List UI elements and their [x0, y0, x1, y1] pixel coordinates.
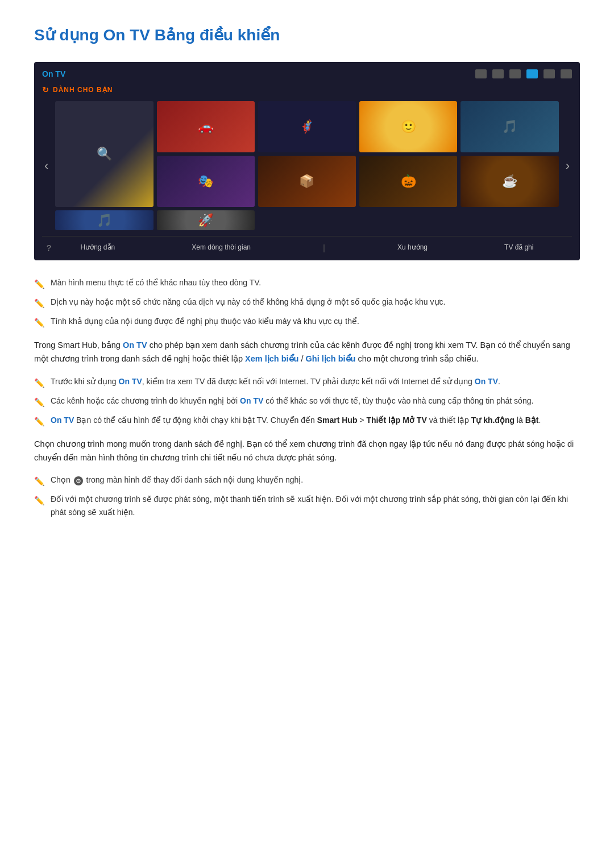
tv-thumbnail-grid: 🔍 🚗 🦸 🙂 🎵 🎭 📦 🎃 — [55, 101, 558, 230]
note-item-1: ✏️ Màn hình menu thực tế có thể khác nha… — [34, 276, 580, 291]
sub-note-icon-3: ✏️ — [34, 415, 45, 429]
on-tv-ref-sub1b: On TV — [475, 377, 498, 386]
tab-huong-dan[interactable]: Hướng dẫn — [76, 241, 120, 254]
nav-right-arrow[interactable]: › — [563, 156, 572, 176]
note-icon-3: ✏️ — [34, 316, 45, 330]
tab-tv-da-ghi[interactable]: TV đã ghi — [500, 241, 538, 254]
thumbnail-7[interactable]: 📦 — [258, 156, 356, 207]
nav-left-arrow[interactable]: ‹ — [42, 156, 51, 176]
tv-content-area: ‹ 🔍 🚗 🦸 🙂 🎵 🎭 📦 — [42, 101, 572, 230]
on-tv-ref-sub3: On TV — [51, 416, 74, 425]
thiet-lap-mo-tv-ref: Thiết lập Mở TV — [366, 416, 426, 425]
thumb-icon-9: ☕ — [460, 156, 558, 207]
tv-ui-panel: On TV ↻ DÀNH CHO BẠN ‹ 🔍 🚗 🦸 — [34, 62, 580, 260]
tv-bottom-bar: ? Hướng dẫn Xem dòng thời gian | Xu hướn… — [42, 236, 572, 255]
final-notes-list: ✏️ Chọn ⚙ trong màn hình để thay đổi dan… — [34, 474, 580, 518]
tv-icon-5 — [544, 69, 555, 78]
final-note-icon-1: ✏️ — [34, 475, 45, 488]
main-para-1: Trong Smart Hub, bảng On TV cho phép bạn… — [34, 339, 580, 366]
sub-note-icon-2: ✏️ — [34, 396, 45, 409]
thumbnail-9[interactable]: ☕ — [460, 156, 558, 207]
thumbnail-11[interactable]: 🚀 — [157, 210, 255, 230]
tv-icon-bar — [475, 69, 572, 78]
sub-note-3: ✏️ On TV Bạn có thể cấu hình để tự động … — [34, 414, 580, 429]
thumbnail-6[interactable]: 🎭 — [157, 156, 255, 207]
thumb-icon-5: 🎵 — [460, 101, 558, 152]
sub-note-1: ✏️ Trước khi sử dụng On TV, kiểm tra xem… — [34, 375, 580, 390]
thumbnail-1[interactable]: 🔍 — [55, 101, 153, 207]
help-icon: ? — [47, 242, 51, 254]
final-note-text-1: Chọn ⚙ trong màn hình để thay đổi danh s… — [51, 474, 303, 486]
on-tv-ref-1: On TV — [123, 340, 147, 350]
top-notes-list: ✏️ Màn hình menu thực tế có thể khác nha… — [34, 276, 580, 330]
final-note-2: ✏️ Đối với một chương trình sẽ được phát… — [34, 493, 580, 518]
xem-lich-bieu-link[interactable]: Xem lịch biểu — [245, 354, 298, 363]
tv-icon-1 — [475, 69, 487, 78]
final-note-text-2: Đối với một chương trình sẽ được phát só… — [51, 493, 580, 518]
thumbnail-5[interactable]: 🎵 — [460, 101, 558, 152]
smart-hub-ref: Smart Hub — [317, 416, 358, 425]
on-tv-ref-sub1: On TV — [119, 377, 142, 386]
thumbnail-8[interactable]: 🎃 — [359, 156, 457, 207]
thumbnail-3[interactable]: 🦸 — [258, 101, 356, 152]
tv-section-label: ↻ DÀNH CHO BẠN — [42, 84, 572, 96]
thumbnail-2[interactable]: 🚗 — [157, 101, 255, 152]
on-tv-ref-sub2: On TV — [240, 396, 263, 405]
tv-icon-4 — [526, 69, 538, 78]
thumb-icon-8: 🎃 — [359, 156, 457, 207]
thumb-icon-10: 🎵 — [55, 210, 153, 230]
ghi-lich-bieu-link[interactable]: Ghi lịch biểu — [306, 354, 356, 363]
thumbnail-4[interactable]: 🙂 — [359, 101, 457, 152]
thumb-icon-2: 🚗 — [157, 101, 255, 152]
tv-icon-2 — [492, 69, 504, 78]
thumb-icon-7: 📦 — [258, 156, 356, 207]
final-note-1: ✏️ Chọn ⚙ trong màn hình để thay đổi dan… — [34, 474, 580, 488]
sub-note-text-1: Trước khi sử dụng On TV, kiểm tra xem TV… — [51, 375, 500, 388]
sub-notes-list: ✏️ Trước khi sử dụng On TV, kiểm tra xem… — [34, 375, 580, 429]
note-item-2: ✏️ Dịch vụ này hoặc một số chức năng của… — [34, 296, 580, 310]
thumb-icon-6: 🎭 — [157, 156, 255, 207]
thumb-icon-1: 🔍 — [55, 101, 153, 207]
tab-xu-huong[interactable]: Xu hướng — [393, 241, 432, 254]
tv-icon-3 — [509, 69, 521, 78]
sub-note-text-3: On TV Bạn có thể cấu hình để tự động khở… — [51, 414, 541, 426]
bat-ref: Bật — [525, 416, 539, 425]
note-text-3: Tính khả dụng của nội dung được đề nghị … — [51, 315, 359, 327]
thumb-icon-4: 🙂 — [359, 101, 457, 152]
main-para-2: Chọn chương trình mong muốn trong danh s… — [34, 438, 580, 465]
note-icon-1: ✏️ — [34, 277, 45, 291]
final-note-icon-2: ✏️ — [34, 494, 45, 508]
tu-kh-dong-ref: Tự kh.động — [471, 416, 515, 425]
sub-note-text-2: Các kênh hoặc các chương trình do khuyến… — [51, 394, 533, 407]
note-item-3: ✏️ Tính khả dụng của nội dung được đề ng… — [34, 315, 580, 330]
note-icon-2: ✏️ — [34, 297, 45, 310]
tab-divider: | — [323, 241, 325, 255]
page-title: Sử dụng On TV Bảng điều khiển — [34, 23, 580, 48]
sub-note-2: ✏️ Các kênh hoặc các chương trình do khu… — [34, 394, 580, 409]
tab-xem-dong[interactable]: Xem dòng thời gian — [187, 241, 255, 254]
refresh-icon: ↻ — [42, 84, 49, 96]
tv-label: On TV — [42, 68, 65, 80]
sub-note-icon-1: ✏️ — [34, 376, 45, 390]
thumbnail-10[interactable]: 🎵 — [55, 210, 153, 230]
settings-icon: ⚙ — [74, 476, 83, 485]
section-label-text: DÀNH CHO BẠN — [53, 85, 113, 95]
thumb-icon-11: 🚀 — [157, 210, 255, 230]
note-text-2: Dịch vụ này hoặc một số chức năng của dị… — [51, 296, 445, 308]
note-text-1: Màn hình menu thực tế có thể khác nhau t… — [51, 276, 261, 289]
thumb-icon-3: 🦸 — [258, 101, 356, 152]
tv-top-bar: On TV — [42, 68, 572, 80]
tv-icon-6 — [561, 69, 572, 78]
